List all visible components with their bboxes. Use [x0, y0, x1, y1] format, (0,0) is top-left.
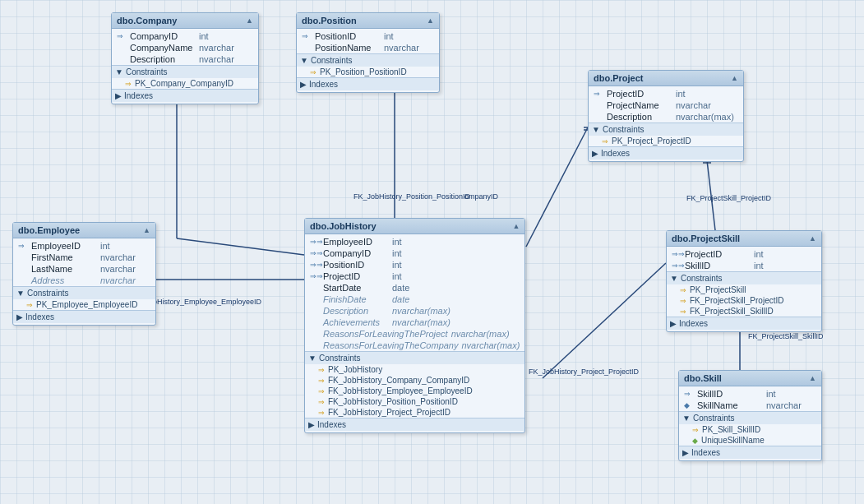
triangle-icon: ▶ [115, 91, 122, 100]
table-position-header[interactable]: dbo.Position ▲ [297, 13, 439, 29]
constraints-label: Constraints [311, 56, 353, 65]
table-jobhistory-header[interactable]: dbo.JobHistory ▲ [305, 219, 524, 234]
indexes-section-jobhistory[interactable]: ▶ Indexes [305, 418, 524, 431]
table-jobhistory-body: ⇒⇒ EmployeeID int ⇒⇒ CompanyID int ⇒⇒ Po… [305, 234, 524, 432]
rel-label-projectskill-skill: FK_ProjectSkill_SkillID [748, 332, 824, 340]
field-name: ReasonsForLeavingTheProject [323, 329, 448, 339]
constraint-item: ⇒ FK_JobHistory_Position_PositionID [305, 396, 524, 407]
constraints-section-project[interactable]: ▼ Constraints [589, 123, 743, 136]
indexes-label: Indexes [317, 420, 346, 429]
expand-icon[interactable]: ▲ [143, 226, 150, 234]
constraint-name: PK_JobHistory [328, 365, 382, 374]
table-projectskill-title: dbo.ProjectSkill [672, 234, 740, 243]
field-type: nvarchar(max) [392, 306, 450, 316]
key-icon: ⇒ [26, 301, 33, 309]
table-projectskill-header[interactable]: dbo.ProjectSkill ▲ [667, 231, 821, 247]
field-name: ProjectID [685, 249, 751, 259]
field-name: SkillID [685, 261, 751, 270]
field-name: SkillID [697, 389, 763, 399]
constraint-item: ⇒ PK_Employee_EmployeeID [13, 299, 155, 310]
constraints-section-projectskill[interactable]: ▼ Constraints [667, 271, 821, 284]
constraint-item: ⇒ PK_JobHistory [305, 364, 524, 375]
key-icon: ⇒ [680, 286, 686, 294]
triangle-icon: ▶ [592, 149, 598, 158]
rel-label-company-jobhistory: ompanyID [464, 192, 499, 201]
constraint-name: PK_Employee_EmployeeID [36, 300, 137, 309]
table-project-header[interactable]: dbo.Project ▲ [589, 71, 743, 86]
constraint-item: ◆ UniqueSkillName [679, 435, 821, 446]
expand-icon[interactable]: ▲ [809, 374, 816, 382]
constraint-name: PK_Position_PositionID [320, 67, 407, 76]
fk-icon: ⇒⇒ [310, 272, 320, 280]
indexes-section-skill[interactable]: ▶ Indexes [679, 446, 821, 459]
expand-icon[interactable]: ▲ [512, 222, 520, 230]
indexes-label: Indexes [679, 319, 708, 328]
field-name: Achievements [323, 317, 389, 327]
constraints-section-employee[interactable]: ▼ Constraints [13, 286, 155, 299]
table-position-title: dbo.Position [302, 16, 357, 25]
field-name: CompanyID [323, 248, 389, 258]
field-type: nvarchar(max) [461, 340, 520, 350]
table-employee-header[interactable]: dbo.Employee ▲ [13, 223, 155, 238]
triangle-icon: ▶ [308, 420, 315, 429]
expand-icon[interactable]: ▲ [731, 74, 738, 82]
table-company-header[interactable]: dbo.Company ▲ [112, 13, 258, 29]
field-type: nvarchar(max) [392, 317, 450, 327]
indexes-section-projectskill[interactable]: ▶ Indexes [667, 317, 821, 330]
field-type: nvarchar [100, 275, 136, 285]
indexes-section-company[interactable]: ▶ Indexes [112, 89, 258, 102]
field-row: ⇒⇒ PositionID int [305, 259, 524, 270]
field-type: nvarchar [199, 54, 234, 64]
constraints-label: Constraints [603, 125, 645, 134]
key-icon: ⇒ [318, 398, 325, 406]
expand-icon[interactable]: ▲ [246, 16, 253, 25]
field-row: CompanyName nvarchar [112, 42, 258, 53]
field-row: StartDate date [305, 282, 524, 294]
indexes-label: Indexes [309, 80, 338, 89]
field-name: Description [323, 306, 389, 316]
field-type: int [392, 248, 402, 258]
svg-line-1 [177, 238, 304, 255]
expand-icon[interactable]: ▲ [427, 16, 434, 25]
field-type: int [676, 89, 686, 99]
field-row: ⇒ CompanyID int [112, 30, 258, 42]
table-position: dbo.Position ▲ ⇒ PositionID int Position… [296, 12, 440, 93]
indexes-section-position[interactable]: ▶ Indexes [297, 77, 439, 90]
constraints-section-company[interactable]: ▼ Constraints [112, 65, 258, 78]
indexes-label: Indexes [124, 91, 153, 100]
key-icon: ⇒ [318, 366, 325, 374]
constraint-item: ⇒ FK_JobHistory_Employee_EmployeeID [305, 386, 524, 396]
table-jobhistory-title: dbo.JobHistory [310, 221, 377, 231]
fk-icon: ⇒⇒ [310, 249, 320, 257]
constraint-item: ⇒ FK_JobHistory_Project_ProjectID [305, 407, 524, 418]
constraint-item: ⇒ FK_JobHistory_Company_CompanyID [305, 375, 524, 386]
triangle-icon: ▼ [592, 125, 600, 134]
field-row: ⇒ EmployeeID int [13, 240, 155, 252]
table-skill-title: dbo.Skill [684, 373, 722, 383]
indexes-label: Indexes [25, 312, 54, 321]
key-icon: ⇒ [602, 137, 608, 146]
key-icon: ⇒ [680, 307, 686, 316]
expand-icon[interactable]: ▲ [809, 234, 816, 243]
triangle-icon: ▼ [16, 289, 25, 298]
constraints-section-jobhistory[interactable]: ▼ Constraints [305, 351, 524, 364]
svg-line-14 [707, 160, 715, 230]
indexes-label: Indexes [601, 149, 630, 158]
table-projectskill: dbo.ProjectSkill ▲ ⇒⇒ ProjectID int ⇒⇒ S… [666, 230, 822, 332]
constraint-item: ⇒ PK_ProjectSkill [667, 284, 821, 295]
field-type: date [392, 294, 409, 304]
field-row: PositionName nvarchar [297, 42, 439, 53]
rel-label-position-jobhistory: FK_JobHistory_Position_PositionID [353, 192, 471, 201]
indexes-section-project[interactable]: ▶ Indexes [589, 146, 743, 160]
table-position-body: ⇒ PositionID int PositionName nvarchar ▼… [297, 29, 439, 92]
field-name: SkillName [697, 400, 763, 410]
field-type: int [392, 271, 402, 281]
indexes-section-employee[interactable]: ▶ Indexes [13, 310, 155, 323]
constraints-section-position[interactable]: ▼ Constraints [297, 53, 439, 67]
field-row: ⇒⇒ ProjectID int [667, 248, 821, 260]
constraint-name: PK_Company_CompanyID [135, 79, 233, 88]
field-name: LastName [31, 264, 97, 274]
constraints-section-skill[interactable]: ▼ Constraints [679, 411, 821, 424]
field-type: int [754, 249, 764, 259]
table-skill-header[interactable]: dbo.Skill ▲ [679, 371, 821, 386]
